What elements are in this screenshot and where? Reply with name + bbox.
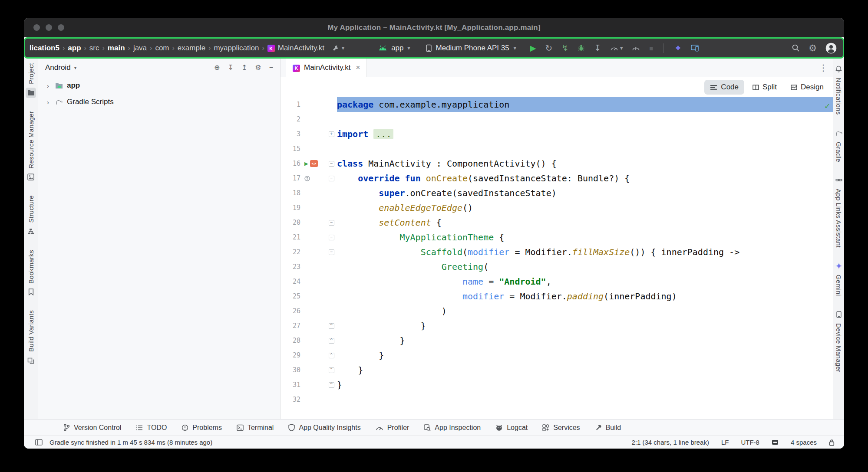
- view-mode-split[interactable]: Split: [747, 80, 782, 95]
- code-text[interactable]: }: [337, 348, 833, 363]
- chevron-right-icon[interactable]: ›: [47, 82, 51, 89]
- tool-window-button-version-control[interactable]: Version Control: [56, 420, 129, 436]
- fold-marker[interactable]: −: [326, 249, 337, 255]
- tool-window-button-build-variants[interactable]: Build Variants: [26, 310, 36, 366]
- code-text[interactable]: super.onCreate(savedInstanceState): [337, 186, 833, 200]
- fold-marker[interactable]: ^: [326, 338, 337, 344]
- apply-changes-button[interactable]: ↻: [545, 43, 553, 53]
- tool-window-button-app-inspection[interactable]: App Inspection: [416, 420, 488, 436]
- code-text[interactable]: modifier = Modifier.padding(innerPadding…: [337, 289, 833, 304]
- view-mode-code[interactable]: Code: [704, 80, 744, 95]
- run-configuration-select[interactable]: app▾: [378, 44, 410, 52]
- tool-window-button-structure[interactable]: Structure: [26, 195, 36, 237]
- tool-window-button-todo[interactable]: TODO: [129, 420, 174, 436]
- tool-window-button-build[interactable]: Build: [587, 420, 629, 436]
- code-text[interactable]: name = "Android",: [337, 274, 833, 289]
- breadcrumb-item[interactable]: example: [178, 44, 205, 52]
- code-text[interactable]: }: [337, 377, 833, 392]
- close-window-button[interactable]: [33, 24, 40, 31]
- tool-window-button-profiler[interactable]: Profiler: [368, 420, 417, 436]
- debug-button[interactable]: [578, 44, 585, 52]
- maximize-window-button[interactable]: [58, 24, 64, 31]
- inspections-status-icon[interactable]: ✓: [825, 101, 830, 111]
- view-mode-design[interactable]: Design: [785, 80, 829, 95]
- expand-all-icon[interactable]: ↧: [228, 63, 234, 72]
- code-line[interactable]: 29^ }: [281, 348, 833, 363]
- code-line[interactable]: 21− MyApplicationTheme {: [281, 230, 833, 245]
- fold-marker[interactable]: ^: [326, 353, 337, 358]
- code-line[interactable]: 25 modifier = Modifier.padding(innerPadd…: [281, 289, 833, 304]
- fold-marker[interactable]: ^: [326, 323, 337, 329]
- breadcrumb-item[interactable]: java: [133, 44, 147, 52]
- run-button[interactable]: ▶: [530, 43, 536, 53]
- code-line[interactable]: 32: [281, 392, 833, 407]
- code-line[interactable]: 22− Scaffold(modifier = Modifier.fillMax…: [281, 245, 833, 259]
- window-layout-icon[interactable]: [35, 439, 43, 446]
- fold-marker[interactable]: +: [326, 131, 337, 137]
- code-text[interactable]: ): [337, 304, 833, 318]
- code-text[interactable]: package com.example.myapplication: [337, 97, 833, 112]
- settings-button[interactable]: ⚙: [809, 43, 817, 53]
- vcs-widget[interactable]: ▾: [332, 45, 344, 52]
- stop-button[interactable]: ■: [649, 43, 653, 53]
- code-text[interactable]: Greeting(: [337, 259, 833, 274]
- code-text[interactable]: enableEdgeToEdge(): [337, 200, 833, 215]
- tool-window-button-notifications[interactable]: Notifications: [834, 64, 844, 115]
- profile-button[interactable]: [825, 43, 837, 54]
- code-line[interactable]: 2: [281, 112, 833, 127]
- profiler-button[interactable]: ▾: [610, 45, 623, 51]
- profile-low-overhead-button[interactable]: [632, 45, 640, 51]
- caret-position-widget[interactable]: 2:1 (34 chars, 1 line break): [632, 439, 709, 446]
- compose-preview-icon[interactable]: <>: [310, 160, 318, 167]
- code-text[interactable]: import ...: [337, 127, 833, 141]
- code-line[interactable]: 31^}: [281, 377, 833, 392]
- code-line[interactable]: 30^ }: [281, 363, 833, 377]
- code-text[interactable]: setContent {: [337, 215, 833, 230]
- tool-window-button-services[interactable]: Services: [535, 420, 587, 436]
- tool-window-button-project[interactable]: Project: [26, 63, 36, 98]
- tree-item-gradle-scripts[interactable]: ›Gradle Scripts: [38, 94, 280, 110]
- tool-window-button-app-links-assistant[interactable]: App Links Assistant: [834, 175, 844, 248]
- tool-window-button-gradle[interactable]: Gradle: [834, 128, 844, 162]
- code-line[interactable]: 1package com.example.myapplication: [281, 97, 833, 112]
- device-select[interactable]: Medium Phone API 35▾: [426, 44, 516, 52]
- code-line[interactable]: 20− setContent {: [281, 215, 833, 230]
- tool-window-button-device-manager[interactable]: Device Manager: [834, 309, 844, 372]
- tool-window-button-terminal[interactable]: Terminal: [229, 420, 281, 436]
- gear-icon[interactable]: ⚙: [255, 63, 261, 72]
- more-options-icon[interactable]: ⋮: [819, 59, 833, 77]
- code-text[interactable]: }: [337, 318, 833, 333]
- collapse-all-icon[interactable]: ↥: [241, 63, 247, 72]
- breadcrumb-item[interactable]: lication5: [30, 44, 59, 52]
- tool-window-button-problems[interactable]: Problems: [174, 420, 229, 436]
- tree-item-app[interactable]: ›app: [38, 77, 280, 94]
- breadcrumb-item[interactable]: src: [89, 44, 99, 52]
- code-text[interactable]: override fun onCreate(savedInstanceState…: [337, 171, 833, 186]
- code-line[interactable]: 26 ): [281, 304, 833, 318]
- code-line[interactable]: 19 enableEdgeToEdge(): [281, 200, 833, 215]
- breadcrumb-item[interactable]: main: [108, 44, 125, 52]
- fold-marker[interactable]: −: [326, 161, 337, 167]
- project-view-select[interactable]: Android: [45, 63, 71, 72]
- breadcrumb-item[interactable]: com: [155, 44, 169, 52]
- fold-marker[interactable]: −: [326, 220, 337, 226]
- line-ending-widget[interactable]: LF: [721, 439, 729, 446]
- chevron-right-icon[interactable]: ›: [47, 98, 51, 106]
- hide-panel-icon[interactable]: −: [269, 64, 273, 72]
- indent-widget[interactable]: 4 spaces: [791, 439, 817, 446]
- apply-code-changes-button[interactable]: ↯: [561, 43, 568, 53]
- code-text[interactable]: class MainActivity : ComponentActivity()…: [337, 156, 833, 171]
- fold-marker[interactable]: −: [326, 235, 337, 240]
- code-text[interactable]: MyApplicationTheme {: [337, 230, 833, 245]
- tool-window-button-resource-manager[interactable]: Resource Manager: [26, 111, 36, 182]
- encoding-widget[interactable]: UTF-8: [741, 439, 759, 446]
- fold-marker[interactable]: ^: [326, 367, 337, 373]
- editor-tab[interactable]: KMainActivity.kt×: [286, 59, 367, 77]
- code-text[interactable]: }: [337, 363, 833, 377]
- code-line[interactable]: 17− override fun onCreate(savedInstanceS…: [281, 171, 833, 186]
- code-line[interactable]: 28^ }: [281, 333, 833, 348]
- code-line[interactable]: 3+import ...: [281, 127, 833, 141]
- tool-window-button-logcat[interactable]: Logcat: [488, 420, 535, 436]
- code-editor[interactable]: 1package com.example.myapplication23+imp…: [281, 97, 833, 419]
- code-line[interactable]: 24 name = "Android",: [281, 274, 833, 289]
